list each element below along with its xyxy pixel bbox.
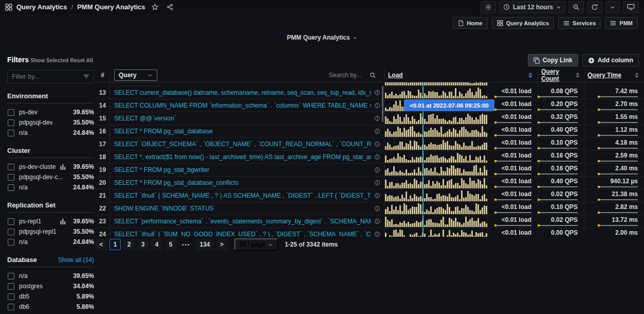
info-icon[interactable] bbox=[374, 205, 380, 212]
table-row[interactable]: 19SELECT * FROM pg_stat_bgwriter<0.01 lo… bbox=[96, 164, 644, 177]
table-row[interactable]: 13SELECT current_database() datname, sch… bbox=[96, 86, 644, 99]
checkbox[interactable] bbox=[8, 283, 14, 290]
info-icon[interactable] bbox=[374, 128, 380, 134]
page-button-2[interactable]: 2 bbox=[123, 239, 135, 250]
filter-search-input[interactable] bbox=[12, 73, 80, 80]
table-row[interactable]: 15SELECT @@`version`<0.01 load0.32 QPS1.… bbox=[96, 112, 644, 125]
refresh-button[interactable] bbox=[587, 1, 602, 13]
bar-chart-icon[interactable] bbox=[60, 219, 66, 224]
share-icon[interactable] bbox=[167, 4, 173, 10]
filter-item[interactable]: n/a39.65% bbox=[7, 271, 94, 281]
filter-item[interactable]: n/a24.84% bbox=[7, 182, 94, 193]
checkbox[interactable] bbox=[8, 174, 14, 181]
query-link[interactable]: SELECT * FROM pg_stat_bgwriter bbox=[114, 166, 371, 173]
page-button-3[interactable]: 3 bbox=[137, 239, 149, 250]
load-sparkline[interactable] bbox=[384, 82, 487, 86]
column-header-query-count[interactable]: Query Count bbox=[538, 68, 584, 82]
checkbox[interactable] bbox=[8, 119, 14, 126]
checkbox[interactable] bbox=[8, 304, 14, 310]
panel-title-menu[interactable]: PMM Query Analytics bbox=[0, 34, 644, 41]
checkbox[interactable] bbox=[8, 239, 14, 246]
filter-item[interactable]: db55.89% bbox=[7, 291, 94, 302]
query-link[interactable]: SELECT @@`version` bbox=[114, 115, 371, 122]
info-icon[interactable] bbox=[374, 141, 380, 147]
load-sparkline[interactable] bbox=[384, 189, 487, 202]
dashboard-settings-button[interactable] bbox=[481, 1, 496, 13]
load-sparkline[interactable] bbox=[384, 112, 487, 125]
show-all-link[interactable]: Show all (14) bbox=[58, 256, 94, 264]
checkbox[interactable] bbox=[8, 130, 14, 136]
info-icon[interactable] bbox=[374, 193, 380, 199]
show-selected-button[interactable]: Show Selected bbox=[30, 57, 68, 63]
search-icon[interactable] bbox=[370, 72, 376, 79]
table-scrollbar[interactable] bbox=[382, 86, 383, 122]
query-link[interactable]: SELECT COLUMN_NAME FROM `information_sch… bbox=[114, 102, 371, 109]
checkbox[interactable] bbox=[8, 293, 14, 300]
table-row[interactable]: 14SELECT COLUMN_NAME FROM `information_s… bbox=[96, 99, 644, 112]
info-icon[interactable] bbox=[374, 102, 380, 109]
add-column-button[interactable]: Add column bbox=[582, 54, 639, 66]
table-row[interactable]: 12 bbox=[96, 82, 644, 86]
info-icon[interactable] bbox=[374, 167, 380, 173]
prev-page-button[interactable]: < bbox=[96, 239, 107, 250]
query-link[interactable]: SELECT current_database() datname, schem… bbox=[114, 89, 371, 96]
load-sparkline[interactable] bbox=[384, 151, 487, 163]
page-ellipsis[interactable]: ••• bbox=[179, 242, 194, 248]
breadcrumb-section[interactable]: Query Analytics bbox=[16, 3, 67, 11]
info-icon[interactable] bbox=[374, 180, 380, 186]
load-sparkline[interactable] bbox=[384, 177, 487, 189]
reset-all-button[interactable]: Reset All bbox=[70, 57, 93, 63]
filter-item[interactable]: pmm-managed4.07% bbox=[7, 312, 94, 314]
page-button-5[interactable]: 5 bbox=[165, 239, 176, 250]
load-sparkline[interactable] bbox=[384, 228, 487, 237]
zoom-out-button[interactable] bbox=[568, 1, 584, 13]
info-icon[interactable] bbox=[374, 90, 380, 96]
filter-item[interactable]: db65.86% bbox=[7, 302, 94, 312]
filter-item[interactable]: pdpgsql-repl135.50% bbox=[7, 226, 94, 237]
table-row[interactable]: 17SELECT `OBJECT_SCHEMA` , `OBJECT_NAME`… bbox=[96, 138, 644, 151]
table-row[interactable]: 22SHOW ENGINE `INNODB` STATUS<0.01 load0… bbox=[96, 202, 644, 215]
filter-item[interactable]: postgres34.04% bbox=[7, 281, 94, 291]
load-sparkline[interactable] bbox=[384, 138, 487, 150]
column-header-query-time[interactable]: Query Time bbox=[584, 68, 644, 82]
filter-search-box[interactable] bbox=[7, 70, 94, 83]
load-sparkline[interactable] bbox=[384, 215, 487, 228]
sort-icon-query-time[interactable] bbox=[635, 73, 639, 78]
checkbox[interactable] bbox=[8, 184, 14, 191]
next-page-button[interactable]: > bbox=[216, 239, 228, 250]
table-row[interactable]: 16SELECT * FROM pg_stat_database<0.01 lo… bbox=[96, 125, 644, 138]
info-icon[interactable] bbox=[374, 115, 380, 121]
checkbox[interactable] bbox=[8, 109, 14, 116]
filter-item[interactable]: pdpgsql-dev35.50% bbox=[7, 117, 94, 128]
info-icon[interactable] bbox=[374, 218, 380, 224]
query-link[interactable]: SELECT * FROM pg_stat_database_conflicts bbox=[114, 179, 371, 186]
table-row[interactable]: 20SELECT * FROM pg_stat_database_conflic… bbox=[96, 177, 644, 189]
star-icon[interactable] bbox=[152, 4, 158, 10]
table-row[interactable]: 21SELECT `ifnull` ( SCHEMA_NAME , ? ) AS… bbox=[96, 189, 644, 202]
checkbox[interactable] bbox=[8, 273, 14, 280]
table-search[interactable]: Search by... bbox=[329, 72, 380, 79]
query-link[interactable]: SHOW ENGINE `INNODB` STATUS bbox=[114, 205, 371, 212]
load-sparkline[interactable] bbox=[384, 164, 487, 176]
table-row[interactable]: 23SELECT `performance_schema` . `events_… bbox=[96, 215, 644, 228]
page-button-1[interactable]: 1 bbox=[109, 239, 121, 250]
query-link[interactable]: SELECT `ifnull` ( SCHEMA_NAME , ? ) AS S… bbox=[114, 192, 371, 199]
cycle-view-mode-button[interactable] bbox=[623, 1, 639, 13]
table-row[interactable]: 18SELECT *, extract($1 from now() - last… bbox=[96, 151, 644, 164]
nav-link-pmm[interactable]: PMM bbox=[605, 17, 638, 29]
bar-chart-icon[interactable] bbox=[60, 164, 66, 170]
filter-item[interactable]: ps-repl139.65% bbox=[7, 216, 94, 226]
filter-item[interactable]: pdpgsql-dev-c...35.50% bbox=[7, 172, 94, 182]
load-sparkline[interactable] bbox=[384, 202, 487, 215]
page-size-select[interactable]: 25 / page bbox=[234, 238, 278, 251]
nav-link-services[interactable]: Services bbox=[558, 17, 601, 29]
load-sparkline[interactable] bbox=[384, 86, 487, 99]
filter-item[interactable]: ps-dev-cluster39.65% bbox=[7, 162, 94, 172]
filter-item[interactable]: ps-dev39.65% bbox=[7, 107, 94, 117]
load-sparkline[interactable] bbox=[384, 125, 487, 137]
checkbox[interactable] bbox=[8, 218, 14, 225]
info-icon[interactable] bbox=[374, 231, 380, 237]
query-link[interactable]: SELECT `performance_schema` . `events_st… bbox=[114, 218, 371, 225]
info-icon[interactable] bbox=[374, 154, 380, 160]
table-row[interactable]: 24SELECT `ifnull` ( `SUM_NO_GOOD_INDEX_U… bbox=[96, 228, 644, 237]
